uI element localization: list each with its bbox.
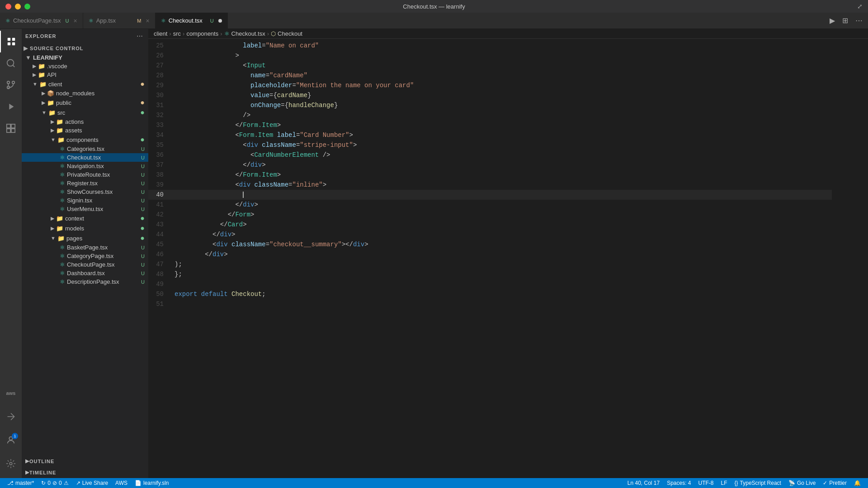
run-button[interactable]: ▶ (830, 16, 835, 25)
breadcrumb-part-client[interactable]: client (154, 30, 167, 37)
tree-item-components[interactable]: ▼ 📁 components ● (22, 135, 148, 145)
modified-dot: ● (140, 214, 148, 222)
tree-item-node-modules[interactable]: ▶ 📦 node_modules (22, 89, 148, 98)
activity-remote[interactable] (0, 406, 22, 427)
tree-item-context[interactable]: ▶ 📁 context ● (22, 213, 148, 223)
tab-app[interactable]: ⚛ App.tsx M × (83, 13, 156, 28)
file-badge: U (141, 271, 148, 276)
tree-item-descriptionpage[interactable]: ⚛ DescriptionPage.tsx U (22, 277, 148, 286)
tab-bar: ⚛ CheckoutPage.tsx U × ⚛ App.tsx M × ⚛ C… (0, 13, 868, 29)
item-label: models (65, 225, 140, 232)
modified-dot: ● (140, 99, 148, 107)
activity-run[interactable] (0, 96, 22, 117)
chevron-right-icon: ▶ (51, 225, 54, 231)
root-label: LEARNIFY (33, 54, 148, 61)
item-label: src (57, 109, 140, 116)
tab-badge: M (137, 18, 141, 23)
line-number: 46 (148, 249, 171, 259)
tree-root[interactable]: ▼ LEARNIFY (22, 53, 148, 62)
outline-header[interactable]: ▶ OUTLINE (22, 455, 148, 467)
maximize-button[interactable] (24, 4, 30, 9)
close-icon[interactable]: × (146, 17, 149, 24)
minimize-button[interactable] (15, 4, 21, 9)
source-control-header[interactable]: ▶ SOURCE CONTROL (22, 42, 148, 53)
breadcrumb-part-symbol[interactable]: Checkout (278, 30, 302, 37)
activity-aws[interactable]: aws (0, 382, 22, 404)
line-number: 49 (148, 279, 171, 289)
breadcrumb-sep: › (169, 30, 171, 37)
status-go-live[interactable]: 📡 Go Live (785, 478, 819, 488)
explorer-header[interactable]: EXPLORER ⋯ (22, 29, 148, 42)
tree-item-dashboard[interactable]: ⚛ Dashboard.tsx U (22, 269, 148, 277)
breadcrumb-part-src[interactable]: src (173, 30, 181, 37)
status-branch[interactable]: ⎇ master* (4, 478, 38, 488)
code-line-39: 39 <div className="inline"> (148, 180, 832, 190)
folder-icon: 📁 (57, 235, 65, 242)
tree-item-assets[interactable]: ▶ 📁 assets (22, 126, 148, 135)
tree-item-pages[interactable]: ▼ 📁 pages ● (22, 233, 148, 243)
tree-item-register[interactable]: ⚛ Register.tsx U (22, 179, 148, 188)
close-icon[interactable]: × (73, 17, 77, 24)
status-line-ending[interactable]: LF (717, 478, 731, 488)
tab-actions: ▶ ⊞ ⋯ (830, 13, 868, 28)
status-aws[interactable]: AWS (112, 478, 131, 488)
status-live-share[interactable]: ↗ Live Share (72, 478, 112, 488)
tree-item-client[interactable]: ▼ 📁 client ● (22, 79, 148, 89)
more-actions-button[interactable]: ⋯ (855, 16, 863, 25)
activity-search[interactable] (0, 52, 22, 74)
titlebar: Checkout.tsx — learnify ⤢ (0, 0, 868, 13)
split-editor-button[interactable]: ⊞ (842, 16, 848, 25)
status-language[interactable]: {} TypeScript React (731, 478, 785, 488)
tab-checkout[interactable]: ⚛ Checkout.tsx U (156, 13, 228, 28)
tree-item-basketpage[interactable]: ⚛ BasketPage.tsx U (22, 243, 148, 252)
tree-item-public[interactable]: ▶ 📁 public ● (22, 98, 148, 108)
activity-source-control[interactable] (0, 74, 22, 96)
tree-item-categories[interactable]: ⚛ Categories.tsx U (22, 145, 148, 153)
breadcrumb-part-components[interactable]: components (186, 30, 218, 37)
close-button[interactable] (5, 4, 11, 9)
activity-account[interactable]: 1 (0, 429, 22, 451)
item-label: Register.tsx (67, 180, 141, 187)
code-line-40[interactable]: 40 (148, 190, 832, 200)
editor-content: 25 label="Name on card" 26 > 27 (148, 39, 868, 478)
tree-item-api[interactable]: ▶ 📁 API (22, 70, 148, 79)
tree-item-checkout-tsx[interactable]: ⚛ Checkout.tsx U (22, 153, 148, 162)
timeline-header[interactable]: ▶ TIMELINE (22, 467, 148, 478)
file-badge: U (141, 198, 148, 203)
status-encoding[interactable]: UTF-8 (695, 478, 717, 488)
status-sync[interactable]: ↻ 0 ⊘ 0 ⚠ (38, 478, 72, 488)
chevron-right-icon: ▶ (33, 72, 36, 78)
status-position[interactable]: Ln 40, Col 17 (624, 478, 663, 488)
modified-dot: ● (140, 234, 148, 242)
code-editor[interactable]: 25 label="Name on card" 26 > 27 (148, 39, 832, 478)
file-icon: ⚛ (161, 18, 166, 24)
tree-item-usermenu[interactable]: ⚛ UserMenu.tsx U (22, 205, 148, 213)
tree-item-categorypage[interactable]: ⚛ CategoryPage.tsx U (22, 252, 148, 260)
tree-item-signin[interactable]: ⚛ Signin.tsx U (22, 196, 148, 205)
new-file-button[interactable]: ⋯ (137, 33, 143, 40)
tree-item-src[interactable]: ▼ 📁 src ● (22, 108, 148, 117)
breadcrumb-part-filename[interactable]: Checkout.tsx (231, 30, 265, 37)
tree-item-showcourses[interactable]: ⚛ ShowCourses.tsx U (22, 188, 148, 196)
folder-icon: 📁 (56, 118, 63, 125)
status-spaces[interactable]: Spaces: 4 (663, 478, 694, 488)
svg-rect-10 (11, 124, 15, 128)
tree-item-checkoutpage[interactable]: ⚛ CheckoutPage.tsx U (22, 260, 148, 269)
activity-explorer[interactable] (0, 31, 22, 52)
tree-item-navigation[interactable]: ⚛ Navigation.tsx U (22, 162, 148, 170)
chevron-right-icon: ▶ (42, 90, 45, 96)
tree-item-vscode[interactable]: ▶ 📁 .vscode (22, 62, 148, 70)
status-prettier[interactable]: ✓ Prettier (819, 478, 850, 488)
activity-extensions[interactable] (0, 117, 22, 139)
status-notifications[interactable]: 🔔 (850, 478, 864, 488)
tree-item-privateroute[interactable]: ⚛ PrivateRoute.tsx U (22, 170, 148, 179)
tree-item-models[interactable]: ▶ 📁 models ● (22, 223, 148, 233)
activity-settings[interactable] (0, 453, 22, 474)
tab-checkoutpage[interactable]: ⚛ CheckoutPage.tsx U × (0, 13, 83, 28)
line-content: </Form.Item> (171, 170, 832, 180)
branch-name: master* (15, 480, 34, 486)
expand-icon: ⤢ (857, 3, 863, 10)
tree-item-actions[interactable]: ▶ 📁 actions (22, 117, 148, 126)
status-filename[interactable]: 📄 learnify.sln (131, 478, 172, 488)
git-branch-icon: ⎇ (7, 480, 14, 486)
